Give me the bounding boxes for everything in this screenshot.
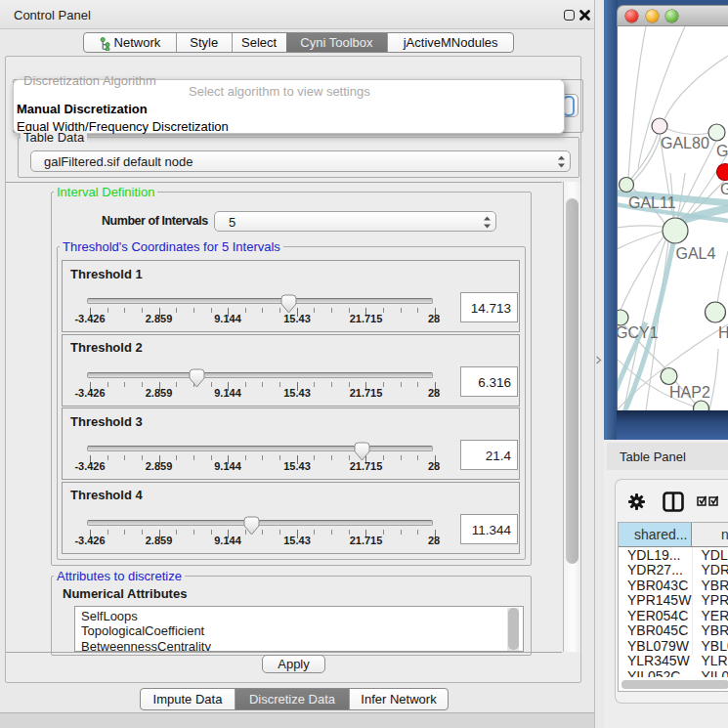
svg-text:HAP2: HAP2 — [669, 384, 710, 401]
svg-text:GAL4: GAL4 — [676, 245, 716, 262]
svg-text:GAL11: GAL11 — [628, 194, 676, 211]
svg-text:GCY1: GCY1 — [617, 324, 659, 341]
svg-text:GAL80: GAL80 — [661, 135, 709, 151]
svg-text:H: H — [718, 324, 728, 341]
svg-text:G: G — [720, 181, 728, 197]
svg-text:G.: G. — [716, 143, 728, 159]
